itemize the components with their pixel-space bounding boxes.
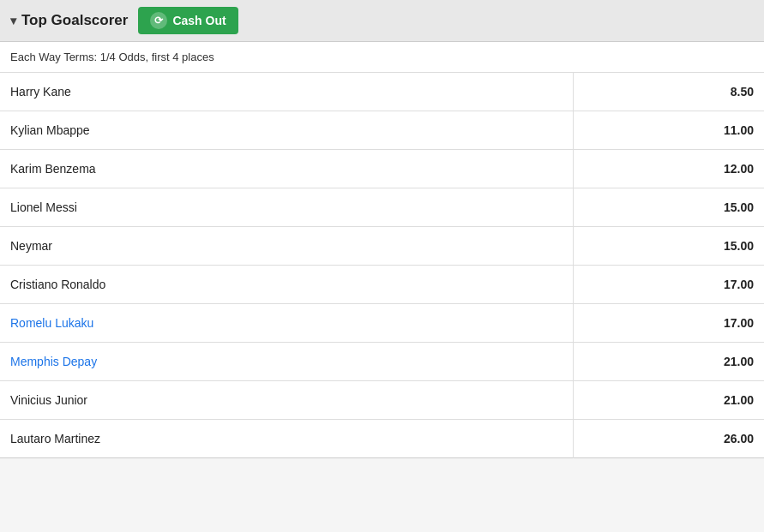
player-odds[interactable]: 26.00 — [573, 420, 764, 458]
player-odds[interactable]: 21.00 — [573, 343, 764, 381]
player-name: Lautaro Martinez — [0, 420, 573, 458]
player-odds[interactable]: 17.00 — [573, 266, 764, 304]
player-name: Romelu Lukaku — [0, 304, 573, 343]
player-name: Memphis Depay — [0, 343, 573, 381]
section-title: ▾ Top Goalscorer — [10, 12, 128, 29]
odds-table: Harry Kane8.50Kylian Mbappe11.00Karim Be… — [0, 73, 764, 458]
table-row[interactable]: Neymar15.00 — [0, 227, 764, 266]
each-way-text: Each Way Terms: 1/4 Odds, first 4 places — [10, 51, 214, 63]
player-odds[interactable]: 21.00 — [573, 381, 764, 420]
player-name: Cristiano Ronaldo — [0, 266, 573, 304]
player-odds[interactable]: 11.00 — [573, 111, 764, 150]
table-row[interactable]: Lautaro Martinez26.00 — [0, 420, 764, 458]
table-row[interactable]: Cristiano Ronaldo17.00 — [0, 266, 764, 304]
player-odds[interactable]: 15.00 — [573, 227, 764, 266]
table-row[interactable]: Karim Benzema12.00 — [0, 150, 764, 188]
player-odds[interactable]: 15.00 — [573, 188, 764, 227]
player-odds[interactable]: 8.50 — [573, 73, 764, 111]
section-header: ▾ Top Goalscorer ⟳ Cash Out — [0, 0, 764, 42]
player-odds[interactable]: 12.00 — [573, 150, 764, 188]
cash-out-button[interactable]: ⟳ Cash Out — [138, 7, 238, 34]
chevron-down-icon[interactable]: ▾ — [10, 14, 16, 27]
table-row[interactable]: Harry Kane8.50 — [0, 73, 764, 111]
each-way-terms: Each Way Terms: 1/4 Odds, first 4 places — [0, 42, 764, 73]
player-name: Lionel Messi — [0, 188, 573, 227]
player-name: Neymar — [0, 227, 573, 266]
table-row[interactable]: Memphis Depay21.00 — [0, 343, 764, 381]
cash-out-icon: ⟳ — [150, 12, 167, 29]
player-odds[interactable]: 17.00 — [573, 304, 764, 343]
table-row[interactable]: Vinicius Junior21.00 — [0, 381, 764, 420]
table-row[interactable]: Kylian Mbappe11.00 — [0, 111, 764, 150]
player-name: Vinicius Junior — [0, 381, 573, 420]
table-row[interactable]: Lionel Messi15.00 — [0, 188, 764, 227]
table-row[interactable]: Romelu Lukaku17.00 — [0, 304, 764, 343]
title-text: Top Goalscorer — [21, 12, 128, 29]
player-name: Karim Benzema — [0, 150, 573, 188]
player-name: Kylian Mbappe — [0, 111, 573, 150]
player-name: Harry Kane — [0, 73, 573, 111]
cash-out-label: Cash Out — [172, 14, 226, 27]
